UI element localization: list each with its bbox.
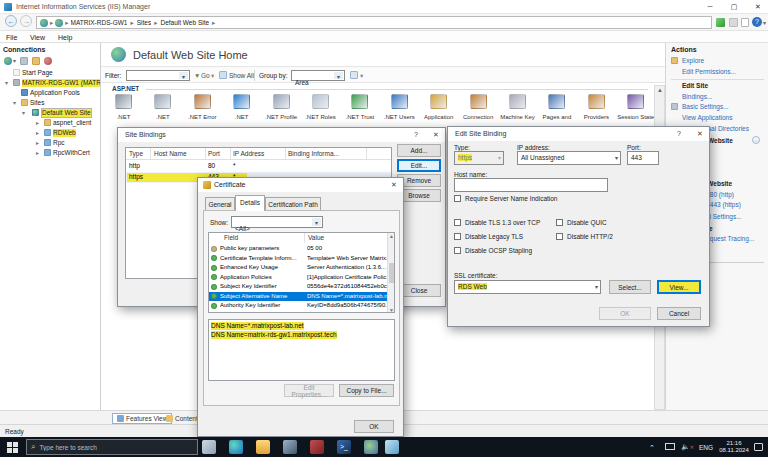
crumb-site[interactable]: Default Web Site xyxy=(160,19,209,27)
cert-field-row-subject-alternative-name[interactable]: Subject Alternative NameDNS Name=*.matri… xyxy=(209,292,389,302)
feature--net-error[interactable]: .NET Error xyxy=(183,92,222,128)
minimize-button[interactable]: ─ xyxy=(702,0,718,13)
tree-expander-icon[interactable]: ▸ xyxy=(36,139,39,146)
back-button[interactable]: ← xyxy=(5,15,17,27)
feature-session-state[interactable]: Session State xyxy=(616,92,654,128)
up-icon[interactable] xyxy=(32,57,40,65)
help-icon[interactable]: ? xyxy=(407,128,425,142)
chevron-down-icon[interactable]: ▾ xyxy=(179,72,188,79)
tab-details[interactable]: Details xyxy=(235,195,265,211)
copy-to-file-button[interactable]: Copy to File... xyxy=(339,384,394,397)
cert-field-row-enhanced-key-usage[interactable]: Enhanced Key UsageServer Authentication … xyxy=(209,263,389,273)
actions-item-view-applications[interactable]: View Applications xyxy=(666,113,768,123)
page-icon[interactable] xyxy=(741,18,749,27)
scroll-down-icon[interactable]: ▼ xyxy=(389,307,394,313)
connect-server-icon[interactable] xyxy=(4,57,12,65)
crumb-server[interactable]: MATRIX-RDS-GW1 xyxy=(71,19,128,27)
chevron-down-icon[interactable]: ▾ xyxy=(334,72,343,79)
feature--net-users[interactable]: .NET Users xyxy=(380,92,419,128)
crumb-sites[interactable]: Sites xyxy=(137,19,151,27)
delete-connection-icon[interactable] xyxy=(44,57,52,65)
list-vscrollbar[interactable]: ▲▼ xyxy=(387,233,395,313)
collapse-icon[interactable]: ︿ xyxy=(752,136,760,144)
feature--net[interactable]: .NET xyxy=(104,92,143,128)
actions-item-explore[interactable]: Explore xyxy=(666,56,768,66)
filter-go-icon[interactable]: ▼ xyxy=(194,72,200,80)
tree-item-aspnet-client[interactable]: ▸aspnet_client xyxy=(0,118,100,128)
view-button[interactable]: View... xyxy=(657,280,701,294)
menu-help[interactable]: Help xyxy=(58,33,72,42)
cert-field-row-crl-distribution-points[interactable]: CRL Distribution Points[1]CRL Distributi… xyxy=(209,311,389,314)
disable-http-2-checkbox[interactable] xyxy=(556,233,563,240)
disable-quic-checkbox[interactable] xyxy=(556,219,563,226)
mmc-icon[interactable] xyxy=(385,440,399,454)
forward-button[interactable]: → xyxy=(20,15,32,27)
cert-field-row-subject-key-identifier[interactable]: Subject Key Identifier0556de4e372d610844… xyxy=(209,282,389,292)
feature--net[interactable]: .NET xyxy=(222,92,261,128)
tab-general[interactable]: General xyxy=(205,197,235,211)
rds-icon[interactable] xyxy=(364,440,378,454)
tree-item-rpc[interactable]: ▸Rpc xyxy=(0,138,100,148)
tree-item-rpcwithcert[interactable]: ▸RpcWithCert xyxy=(0,148,100,158)
menu-file[interactable]: File xyxy=(6,33,17,42)
tree-item-application-pools[interactable]: Application Pools xyxy=(0,88,100,98)
actions-item-bindings-[interactable]: Bindings... xyxy=(666,92,768,102)
go-button[interactable]: Go xyxy=(201,72,210,80)
feature-connection[interactable]: Connection xyxy=(459,92,498,128)
select-button[interactable]: Select... xyxy=(609,280,651,294)
disable-legacy-tls-checkbox[interactable] xyxy=(454,233,461,240)
show-select[interactable]: <All>▾ xyxy=(231,216,323,228)
breadcrumb[interactable]: ▸ ▸ MATRIX-RDS-GW1 ▸ Sites ▸ Default Web… xyxy=(36,16,712,29)
scroll-thumb[interactable] xyxy=(389,263,395,283)
stop-icon[interactable] xyxy=(729,18,738,27)
ok-button[interactable]: OK xyxy=(599,307,651,320)
feature-pages-and[interactable]: Pages and xyxy=(537,92,576,128)
ok-button[interactable]: OK xyxy=(354,420,394,433)
tree-expander-icon[interactable]: ▸ xyxy=(36,119,39,126)
tree-item-rdweb[interactable]: ▸RDWeb xyxy=(0,128,100,138)
go-dropdown-icon[interactable]: ▾ xyxy=(211,72,214,80)
save-icon[interactable] xyxy=(20,57,28,65)
action-center-icon[interactable] xyxy=(754,443,763,451)
tree-expander-icon[interactable]: ▸ xyxy=(36,149,39,156)
file-explorer-icon[interactable] xyxy=(256,440,270,454)
binding-row-http[interactable]: http80* xyxy=(126,161,392,172)
clock[interactable]: 21:16 08.11.2024 xyxy=(718,440,750,454)
help-icon[interactable]: ? xyxy=(752,17,762,27)
edit-button[interactable]: Edit... xyxy=(397,159,441,172)
show-all-button[interactable]: Show All xyxy=(229,72,254,80)
tree-expander-icon[interactable]: ▸ xyxy=(36,129,39,136)
feature--net-roles[interactable]: .NET Roles xyxy=(301,92,340,128)
cert-field-row-authority-key-identifier[interactable]: Authority Key IdentifierKeyID=8dd9a506b4… xyxy=(209,301,389,311)
disable-ocsp-stapling-checkbox[interactable] xyxy=(454,247,461,254)
language-indicator[interactable]: ENG xyxy=(699,444,713,451)
tree-item-sites[interactable]: ▾Sites xyxy=(0,98,100,108)
edit-properties-button[interactable]: Edit Properties... xyxy=(284,384,334,397)
tree-item-matrix-rds-gw1-matrixpo[interactable]: ▾MATRIX-RDS-GW1 (MATRIXPO xyxy=(0,78,100,88)
feature--net[interactable]: .NET xyxy=(143,92,182,128)
cancel-button[interactable]: Cancel xyxy=(657,307,701,320)
close-button[interactable]: ✕ xyxy=(750,0,766,13)
group-by-select[interactable]: Area▾ xyxy=(291,70,345,81)
feature--net-profile[interactable]: .NET Profile xyxy=(262,92,301,128)
certificate-detail-box[interactable]: DNS Name=*.matrixpost-lab.netDNS Name=ma… xyxy=(208,319,395,381)
refresh-icon[interactable] xyxy=(716,18,725,27)
actions-item-basic-settings-[interactable]: Basic Settings... xyxy=(666,102,768,112)
powershell-icon[interactable]: >_ xyxy=(337,440,351,454)
filter-input[interactable]: ▾ xyxy=(126,70,190,81)
task-view-icon[interactable] xyxy=(202,440,216,454)
disable-tls-1-3-over-tcp-checkbox[interactable] xyxy=(454,219,461,226)
tab-certification-path[interactable]: Certification Path xyxy=(265,197,321,211)
tree-item-start-page[interactable]: Start Page xyxy=(0,68,100,78)
close-icon[interactable]: ✕ xyxy=(427,128,445,142)
connect-dropdown-icon[interactable]: ▾ xyxy=(13,58,16,65)
feature-machine-key[interactable]: Machine Key xyxy=(498,92,537,128)
view-mode-icon[interactable] xyxy=(350,71,358,79)
menu-view[interactable]: View xyxy=(30,33,45,42)
certificate-fields-list[interactable]: FieldValuePublic key parameters05 00Cert… xyxy=(208,232,395,313)
cert-field-row-certificate-template-inform-[interactable]: Certificate Template Inform...Template= … xyxy=(209,254,389,264)
edge-icon[interactable] xyxy=(229,440,243,454)
view-mode-dropdown-icon[interactable]: ▾ xyxy=(360,72,363,80)
tree-expander-icon[interactable]: ▾ xyxy=(5,79,8,86)
close-icon[interactable]: ✕ xyxy=(385,178,403,192)
